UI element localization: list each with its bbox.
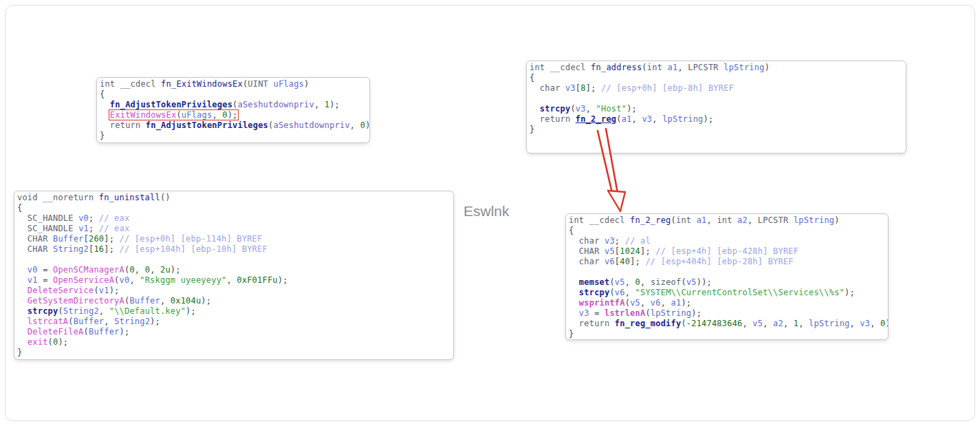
code-line: DeleteService(v1); — [17, 286, 449, 296]
code-token: ); — [886, 319, 889, 328]
code-token: SC_HANDLE — [28, 213, 74, 223]
code-line: SC_HANDLE v1; // eax — [17, 224, 449, 234]
code-box-fn-uninstall[interactable]: void __noreturn fn_uninstall(){ SC_HANDL… — [14, 191, 454, 360]
code-box-fn-address[interactable]: int __cdecl fn_address(int a1, LPCSTR lp… — [526, 61, 906, 153]
code-token: , — [661, 298, 671, 308]
code-token: // [esp+0h] [ebp-8h] BYREF — [601, 83, 734, 93]
code-token: , — [870, 319, 880, 328]
code-token: ( — [681, 319, 686, 328]
code-token: CHAR — [28, 234, 48, 244]
code-token: lpString — [723, 63, 764, 72]
code-token: 0 — [145, 265, 150, 275]
code-token — [48, 234, 53, 244]
code-line: char v6[40]; // [esp+404h] [ebp-28h] BYR… — [569, 257, 884, 267]
code-token: ( — [616, 114, 621, 124]
code-token: 0xF01FFu — [237, 275, 277, 285]
code-token: wsprintfA — [579, 298, 625, 308]
code-token: strcpy — [579, 288, 610, 297]
code-token: , — [160, 296, 171, 306]
code-token: ]; — [104, 234, 119, 244]
code-token: 0 — [880, 319, 885, 328]
code-token: ]; — [104, 244, 119, 254]
code-token — [732, 215, 737, 225]
code-token: aSeshutdownpriv — [273, 120, 349, 130]
code-token: ); — [845, 288, 855, 297]
code-token — [691, 215, 696, 225]
code-token: v3 — [565, 83, 576, 93]
code-token: 2u — [160, 265, 171, 275]
code-token: , — [625, 277, 635, 287]
code-token: ( — [84, 327, 89, 337]
code-line: CHAR Buffer[260]; // [esp+0h] [ebp-114h]… — [17, 234, 449, 244]
code-token: ); — [681, 298, 691, 308]
code-line — [530, 94, 902, 104]
code-token: // [esp+4h] [ebp-428h] BYREF — [655, 246, 798, 256]
code-token: CHAR — [28, 244, 48, 254]
code-box-fn-exitwindowsex[interactable]: int __cdecl fn_ExitWindowsEx(UINT uFlags… — [96, 77, 370, 143]
code-line: GetSystemDirectoryA(Buffer, 0x104u); — [17, 296, 449, 306]
code-token: Buffer — [89, 327, 120, 337]
code-token: v5 — [630, 298, 640, 308]
code-token: return — [579, 319, 615, 328]
code-token: lpString — [794, 215, 834, 225]
code-line: } — [17, 348, 449, 358]
code-line: DeleteFileA(Buffer); — [17, 327, 449, 337]
code-token: return — [540, 114, 576, 124]
code-token: ]; — [630, 257, 645, 266]
code-token: int — [717, 215, 732, 225]
code-token — [74, 213, 78, 223]
code-token: return — [110, 120, 146, 130]
code-token — [100, 120, 110, 130]
code-token: ); — [120, 327, 130, 337]
code-line: strcpy(String2, "\\Default.key"); — [17, 306, 449, 317]
code-token: 16 — [94, 244, 104, 254]
code-token: = — [589, 308, 605, 318]
code-token: [ — [84, 234, 89, 244]
code-token — [662, 63, 667, 72]
code-line — [17, 255, 449, 265]
code-token — [17, 317, 28, 326]
code-token: 0x104u — [171, 296, 202, 306]
code-token: , — [783, 319, 794, 328]
code-box-fn-2-reg[interactable]: int __cdecl fn_2_reg(int a1, int a2, LPC… — [565, 213, 889, 340]
code-token: ) — [304, 79, 309, 89]
graph-canvas[interactable]: int __cdecl fn_ExitWindowsEx(UINT uFlags… — [0, 0, 980, 426]
code-token — [17, 275, 28, 285]
code-token: ExitWindowsEx — [110, 110, 177, 120]
code-line: { — [530, 73, 902, 83]
code-token: a1 — [697, 215, 707, 225]
code-token: ); — [691, 308, 701, 318]
code-line: } — [530, 125, 902, 135]
code-token — [569, 298, 579, 308]
code-token: ); — [228, 110, 238, 120]
code-token: , — [586, 104, 596, 114]
code-token: ); — [171, 265, 181, 275]
code-token: a2 — [773, 319, 783, 328]
code-line: v0 = OpenSCManagerA(0, 0, 2u); — [17, 265, 449, 275]
fn-2-reg-link[interactable]: fn_2_reg — [576, 114, 616, 124]
code-token: // [esp+104h] [ebp-10h] BYREF — [120, 244, 268, 254]
code-token — [569, 246, 579, 256]
code-token: UINT — [248, 79, 268, 89]
code-token: , — [742, 319, 752, 328]
code-token: "SYSTEM\\CurrentControlSet\\Services\\%s… — [635, 288, 845, 297]
code-token: ); — [201, 296, 211, 306]
code-token — [74, 224, 78, 233]
code-line: { — [17, 203, 449, 213]
code-token: int __cdecl — [530, 63, 591, 72]
code-line: ExitWindowsEx(uFlags, 0); — [100, 110, 365, 120]
code-token: a1 — [671, 298, 682, 308]
code-token: DeleteService — [28, 286, 94, 295]
code-token: v6 — [651, 298, 661, 308]
code-token: char — [540, 83, 560, 93]
code-token: ); — [278, 275, 288, 285]
code-token: { — [530, 73, 534, 83]
code-token: -2147483646 — [686, 319, 743, 328]
code-token: ); — [365, 120, 370, 130]
code-token: a1 — [668, 63, 678, 72]
api-highlight-box: ExitWindowsEx(uFlags, 0); — [110, 110, 238, 120]
code-token: memset — [579, 277, 610, 287]
code-token — [100, 110, 110, 120]
code-token: ( — [114, 275, 119, 285]
code-token: , — [625, 288, 635, 297]
